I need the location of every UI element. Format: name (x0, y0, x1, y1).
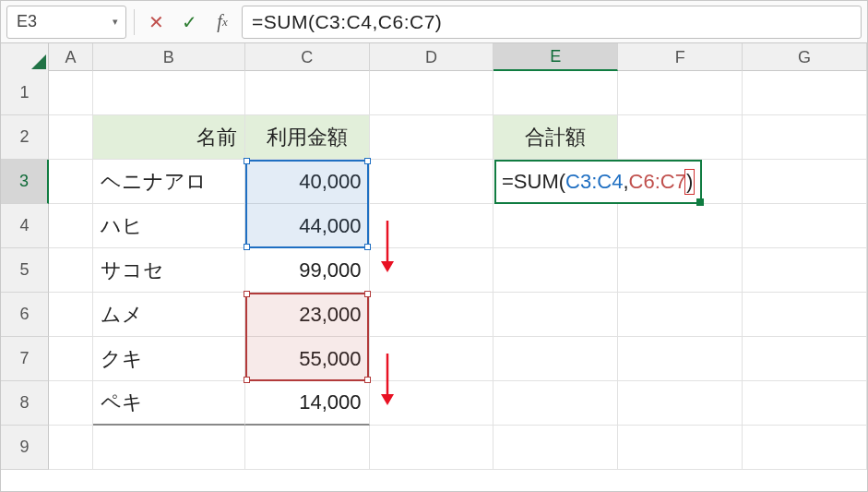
cell[interactable] (370, 115, 494, 160)
cell[interactable] (743, 204, 867, 248)
cell[interactable] (370, 293, 494, 337)
cell[interactable] (743, 381, 867, 426)
formula-open: ( (559, 170, 565, 194)
cell[interactable] (618, 381, 743, 426)
cell-name[interactable]: ハヒ (93, 204, 245, 248)
formula-fn: SUM (514, 170, 559, 194)
cell-amount[interactable]: 23,000 (245, 293, 370, 337)
cell-name[interactable]: ペキ (93, 381, 245, 426)
spreadsheet-grid: A B C D E F G 1 2 名前 利用金額 合計額 (1, 43, 867, 491)
cell[interactable] (743, 248, 867, 293)
cell[interactable] (370, 71, 494, 115)
cell[interactable] (618, 71, 743, 115)
cell[interactable] (370, 381, 494, 426)
cancel-button[interactable]: ✕ (142, 7, 170, 37)
col-header-e[interactable]: E (493, 43, 618, 71)
col-header-c[interactable]: C (245, 43, 370, 71)
cell[interactable] (49, 337, 93, 381)
cell-amount[interactable]: 44,000 (245, 204, 370, 248)
cell[interactable] (618, 115, 743, 160)
cell[interactable] (493, 337, 618, 381)
column-headers: A B C D E F G (1, 43, 867, 71)
col-header-g[interactable]: G (743, 43, 867, 71)
chevron-down-icon[interactable]: ▾ (113, 16, 118, 28)
header-amount[interactable]: 利用金額 (245, 115, 370, 160)
cell[interactable] (618, 293, 743, 337)
cell[interactable] (49, 204, 93, 248)
cell[interactable] (618, 248, 743, 293)
cell[interactable] (245, 71, 370, 115)
cell[interactable] (493, 71, 618, 115)
name-box-value: E3 (17, 12, 37, 31)
cell[interactable] (493, 248, 618, 293)
cell-amount[interactable]: 14,000 (245, 381, 370, 426)
cell[interactable] (493, 381, 618, 426)
col-header-f[interactable]: F (618, 43, 743, 71)
cell-amount[interactable]: 99,000 (245, 248, 370, 293)
cell[interactable] (49, 115, 93, 160)
cell[interactable] (370, 204, 494, 248)
name-box[interactable]: E3 ▾ (6, 6, 126, 39)
cell[interactable] (49, 160, 93, 204)
cell[interactable] (493, 426, 618, 470)
cell[interactable] (743, 293, 867, 337)
accept-button[interactable]: ✓ (175, 7, 203, 37)
cell-amount[interactable]: 55,000 (245, 337, 370, 381)
cell[interactable] (618, 337, 743, 381)
cell[interactable] (618, 204, 743, 248)
row-header-2[interactable]: 2 (1, 115, 49, 160)
row-header-3[interactable]: 3 (1, 160, 49, 204)
select-all-corner[interactable] (1, 43, 49, 71)
row-header-4[interactable]: 4 (1, 204, 49, 248)
header-total[interactable]: 合計額 (493, 115, 618, 160)
formula-text: =SUM(C3:C4,C6:C7) (252, 11, 442, 33)
cell[interactable] (493, 204, 618, 248)
cell[interactable] (49, 426, 93, 470)
formula-close: ) (684, 169, 695, 195)
col-header-b[interactable]: B (93, 43, 245, 71)
formula-bar: E3 ▾ ✕ ✓ fx =SUM(C3:C4,C6:C7) (1, 1, 867, 43)
cell[interactable] (49, 293, 93, 337)
cell[interactable] (370, 426, 494, 470)
row-header-9[interactable]: 9 (1, 426, 49, 470)
cell[interactable] (618, 426, 743, 470)
cell[interactable] (93, 426, 245, 470)
grid-body: 1 2 名前 利用金額 合計額 3 ヘニナアロ 40,000 (1, 71, 867, 470)
cell[interactable] (93, 71, 245, 115)
separator (134, 9, 135, 35)
editing-cell[interactable]: =SUM(C3:C4,C6:C7) (494, 160, 702, 204)
cell-name[interactable]: サコセ (93, 248, 245, 293)
cell-name[interactable]: ヘニナアロ (93, 160, 245, 204)
formula-range1: C3:C4 (565, 170, 623, 194)
cell[interactable] (743, 426, 867, 470)
row-header-7[interactable]: 7 (1, 337, 49, 381)
cell[interactable] (743, 115, 867, 160)
cell[interactable] (370, 337, 494, 381)
row-header-6[interactable]: 6 (1, 293, 49, 337)
cell[interactable] (493, 293, 618, 337)
formula-eq: = (502, 170, 514, 194)
cell[interactable] (245, 426, 370, 470)
row-header-1[interactable]: 1 (1, 71, 49, 115)
cell[interactable] (49, 248, 93, 293)
fx-button[interactable]: fx (208, 7, 236, 37)
cell[interactable] (743, 337, 867, 381)
cell[interactable] (743, 71, 867, 115)
cell[interactable] (743, 160, 867, 204)
cell-amount[interactable]: 40,000 (245, 160, 370, 204)
formula-input[interactable]: =SUM(C3:C4,C6:C7) (242, 6, 862, 39)
cell[interactable] (49, 71, 93, 115)
col-header-d[interactable]: D (370, 43, 494, 71)
row-header-8[interactable]: 8 (1, 381, 49, 426)
cell[interactable] (370, 248, 494, 293)
cell[interactable] (49, 381, 93, 426)
row-header-5[interactable]: 5 (1, 248, 49, 293)
header-name[interactable]: 名前 (93, 115, 245, 160)
col-header-a[interactable]: A (49, 43, 93, 71)
cell[interactable] (370, 160, 494, 204)
cell-name[interactable]: ムメ (93, 293, 245, 337)
cell-name[interactable]: クキ (93, 337, 245, 381)
formula-range2: C6:C7 (629, 170, 686, 194)
